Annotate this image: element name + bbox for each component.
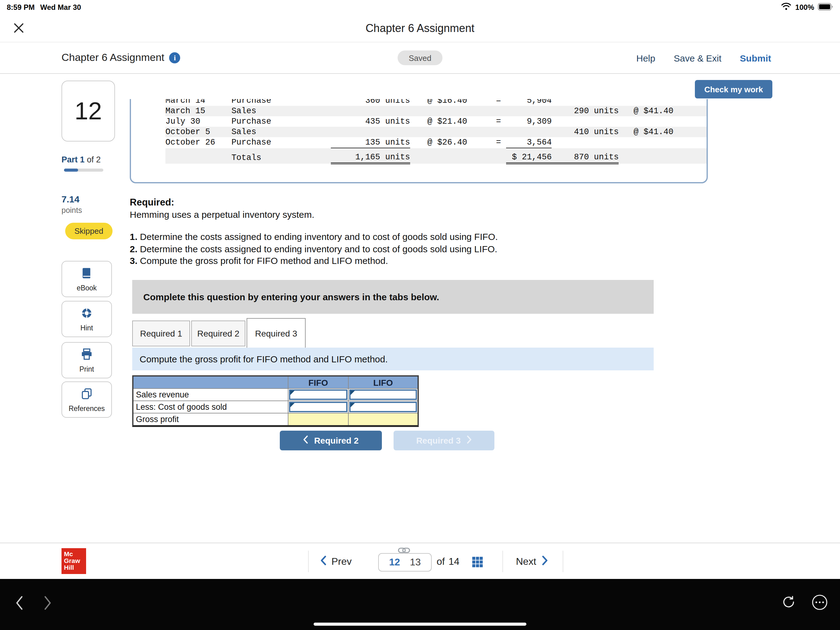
pager-footer: McGrawHill Prev 12 13 of14 Next: [0, 543, 840, 579]
reload-button[interactable]: [782, 595, 796, 611]
check-my-work-button[interactable]: Check my work: [695, 80, 772, 98]
screen: 8:59 PM Wed Mar 30 100%: [0, 0, 840, 630]
home-indicator[interactable]: [314, 623, 526, 626]
question-scroll-region: March 14Purchase 360 units@ $16.40 =5,90…: [130, 99, 708, 184]
page-total: of14: [437, 543, 459, 579]
chevron-left-icon: [321, 555, 327, 568]
inventory-panel: March 14Purchase 360 units@ $16.40 =5,90…: [130, 99, 708, 184]
table-row: October 26Purchase 135 units@ $26.40 =3,…: [166, 137, 707, 148]
more-options-button[interactable]: [812, 594, 828, 613]
question-number-card: 12: [62, 81, 115, 141]
page-number-linked[interactable]: 13: [410, 557, 421, 568]
browser-forward-button[interactable]: [43, 595, 52, 613]
input-sales-revenue-lifo[interactable]: [348, 388, 418, 400]
complete-note: Complete this question by entering your …: [132, 280, 654, 314]
ebook-icon: [81, 267, 93, 282]
input-cogs-fifo[interactable]: [288, 400, 348, 413]
references-icon: [81, 387, 93, 402]
print-button[interactable]: Print: [62, 342, 112, 378]
assignment-title: Chapter 6 Assignment: [62, 52, 164, 64]
saved-status-badge: Saved: [398, 51, 442, 65]
printer-icon: [81, 348, 93, 362]
required-item: 3.Compute the gross profit for FIFO meth…: [130, 256, 498, 266]
info-icon[interactable]: i: [169, 52, 180, 63]
divider: [308, 551, 309, 572]
calc-gross-profit-fifo: [288, 413, 348, 425]
battery-icon: [818, 3, 833, 12]
chevron-left-icon: [303, 435, 308, 445]
input-cogs-lifo[interactable]: [348, 400, 418, 413]
question-prompt: Compute the gross profit for FIFO method…: [132, 348, 654, 370]
battery-percent: 100%: [796, 3, 814, 12]
page-title: Chapter 6 Assignment: [0, 15, 840, 42]
help-link[interactable]: Help: [636, 52, 655, 63]
wifi-icon: [781, 2, 792, 12]
answer-header-fifo: FIFO: [288, 377, 348, 388]
chevron-right-icon: [467, 435, 472, 445]
submit-link[interactable]: Submit: [740, 52, 771, 63]
title-bar: Chapter 6 Assignment: [0, 15, 840, 43]
chevron-right-icon: [542, 555, 548, 568]
row-label-cogs: Less: Cost of goods sold: [133, 400, 288, 413]
status-bar: 8:59 PM Wed Mar 30 100%: [0, 0, 840, 15]
calc-gross-profit-lifo: [348, 413, 418, 425]
assignment-header: Chapter 6 Assignment i Saved Help Save &…: [0, 43, 840, 74]
references-button[interactable]: References: [62, 381, 112, 418]
browser-back-button[interactable]: [15, 595, 24, 613]
question-grid-button[interactable]: [472, 557, 482, 567]
next-question-button[interactable]: Next: [516, 543, 548, 579]
page-number-current[interactable]: 12: [389, 557, 400, 568]
page-indicator: 12 13: [378, 553, 432, 571]
table-row: July 30Purchase 435 units@ $21.40 =9,309: [166, 116, 707, 127]
required-item: 2.Determine the costs assigned to ending…: [130, 244, 498, 254]
status-date: Wed Mar 30: [40, 3, 81, 12]
mcgraw-hill-logo: McGrawHill: [62, 548, 86, 574]
ebook-button[interactable]: eBook: [62, 261, 112, 297]
next-required-button[interactable]: Required 3: [393, 431, 494, 450]
prev-question-button[interactable]: Prev: [321, 543, 352, 579]
required-list: 1.Determine the costs assigned to ending…: [130, 232, 498, 268]
question-number: 12: [75, 97, 102, 125]
answer-table: FIFO LIFO Sales revenue Less: Cost of go…: [132, 375, 419, 427]
totals-row: Totals 1,165 units $ 21,456 870 units: [166, 148, 707, 163]
tab-required-2[interactable]: Required 2: [191, 321, 245, 347]
input-sales-revenue-fifo[interactable]: [288, 388, 348, 400]
hint-button[interactable]: Hint: [62, 301, 112, 337]
required-intro: Hemming uses a perpetual inventory syste…: [130, 209, 314, 220]
save-exit-link[interactable]: Save & Exit: [674, 52, 721, 63]
table-row: October 5Sales 410 units@ $41.40: [166, 127, 707, 137]
required-heading: Required:: [130, 197, 174, 208]
required-item: 1.Determine the costs assigned to ending…: [130, 232, 498, 242]
row-label-sales-revenue: Sales revenue: [133, 388, 288, 400]
points-label: points: [62, 206, 82, 215]
hint-icon: [81, 307, 93, 321]
status-time: 8:59 PM: [7, 3, 35, 12]
inventory-table: March 14Purchase 360 units@ $16.40 =5,90…: [166, 99, 707, 164]
skipped-badge: Skipped: [65, 223, 112, 239]
browser-chrome-bar: [0, 579, 840, 630]
table-row: March 15Sales 290 units@ $41.40: [166, 106, 707, 116]
answer-header-blank: [133, 377, 288, 388]
points-value: 7.14: [62, 194, 79, 204]
divider: [563, 551, 563, 572]
part-indicator: Part 1 of 2: [62, 155, 101, 164]
prev-required-button[interactable]: Required 2: [280, 431, 382, 450]
divider: [502, 551, 503, 572]
answer-header-lifo: LIFO: [348, 377, 418, 388]
tab-required-1[interactable]: Required 1: [132, 321, 190, 347]
tab-required-3[interactable]: Required 3: [246, 318, 306, 348]
part-progress-bar: [64, 169, 103, 172]
table-row: March 14Purchase 360 units@ $16.40 =5,90…: [166, 99, 707, 106]
row-label-gross-profit: Gross profit: [133, 413, 288, 425]
